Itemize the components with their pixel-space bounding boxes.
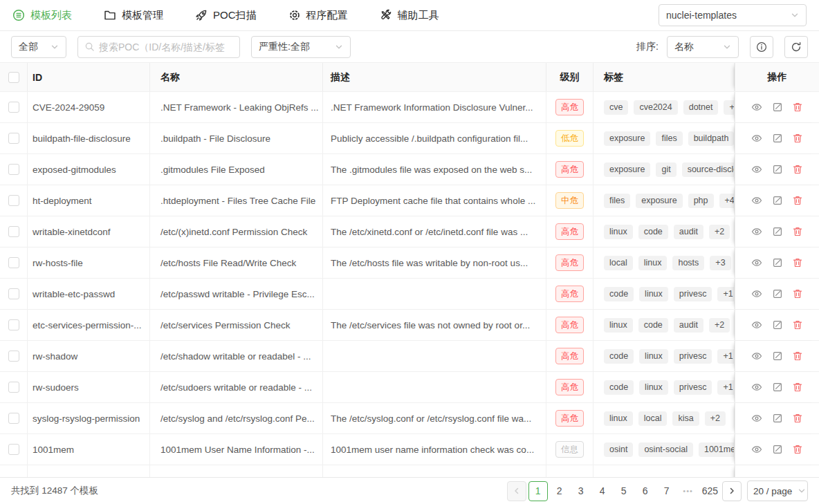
row-checkbox[interactable] [8,413,19,424]
delete-button[interactable] [792,319,803,330]
tag[interactable]: privesc [674,380,712,395]
tag[interactable]: source-disclosure [682,162,735,177]
sort-select[interactable]: 名称 [667,36,739,58]
edit-button[interactable] [772,102,783,113]
view-button[interactable] [751,226,762,237]
edit-button[interactable] [772,413,783,424]
tag[interactable]: linux [639,287,668,301]
tag[interactable]: linux [639,380,668,395]
view-button[interactable] [751,133,762,144]
edit-button[interactable] [772,195,783,206]
delete-button[interactable] [792,382,803,393]
delete-button[interactable] [792,164,803,175]
tag[interactable]: privesc [674,287,712,301]
tag[interactable]: linux [639,349,668,364]
tag[interactable]: osint [604,442,633,457]
tag[interactable]: privesc [674,349,712,364]
tag[interactable]: 1001mem [699,442,735,457]
view-button[interactable] [751,413,762,424]
tag[interactable]: +1 [717,349,735,364]
tag[interactable]: +1 [717,287,735,301]
tag[interactable]: cve2024 [634,100,677,115]
tag[interactable]: +2 [709,318,730,333]
tag[interactable]: exposure [604,131,650,146]
delete-button[interactable] [792,257,803,268]
tag[interactable]: kisa [672,411,699,426]
nav-item-app-config[interactable]: 程序配置 [288,9,348,22]
delete-button[interactable] [792,351,803,362]
select-all-checkbox[interactable] [8,72,19,83]
pagination-page-625[interactable]: 625 [700,481,720,501]
row-checkbox[interactable] [8,133,19,144]
tag[interactable]: dotnet [683,100,719,115]
tag[interactable]: linux [604,411,633,426]
view-button[interactable] [751,319,762,330]
tag[interactable]: +2 [709,225,730,239]
pagination-next-button[interactable] [722,481,742,501]
row-checkbox[interactable] [8,102,19,113]
view-button[interactable] [751,444,762,455]
nav-item-aux-tools[interactable]: 辅助工具 [380,9,439,22]
delete-button[interactable] [792,444,803,455]
tag[interactable]: hosts [672,256,704,270]
row-checkbox[interactable] [8,351,19,362]
view-button[interactable] [751,164,762,175]
template-source-select[interactable]: nuclei-templates [659,4,807,26]
delete-button[interactable] [792,288,803,299]
tag[interactable]: osint-social [638,442,693,457]
tag[interactable]: code [604,380,634,395]
delete-button[interactable] [792,226,803,237]
row-checkbox[interactable] [8,444,19,455]
tag[interactable]: code [604,349,634,364]
tag[interactable]: code [638,225,668,239]
nav-item-template-list[interactable]: 模板列表 [12,9,72,22]
tag[interactable]: code [638,318,668,333]
tag[interactable]: git [656,162,676,177]
search-box[interactable] [77,36,240,58]
edit-button[interactable] [772,382,783,393]
view-button[interactable] [751,195,762,206]
tag[interactable]: local [604,256,633,270]
delete-button[interactable] [792,413,803,424]
type-filter-select[interactable]: 全部 [11,36,66,58]
row-checkbox[interactable] [8,226,19,237]
row-checkbox[interactable] [8,382,19,393]
pagination-page-5[interactable]: 5 [614,481,634,501]
tag[interactable]: cve [604,100,628,115]
tag[interactable]: linux [638,256,668,270]
pagination-prev-button[interactable] [507,481,526,501]
search-input[interactable] [99,41,233,53]
tag[interactable]: +1 [717,380,735,395]
tag[interactable]: linux [604,318,633,333]
edit-button[interactable] [772,164,783,175]
tag[interactable]: +2 [705,411,726,426]
tag[interactable]: audit [674,225,703,239]
row-checkbox[interactable] [8,195,19,206]
tag[interactable]: local [638,411,668,426]
delete-button[interactable] [792,195,803,206]
edit-button[interactable] [772,288,783,299]
edit-button[interactable] [772,351,783,362]
severity-filter-select[interactable]: 严重性:全部 [251,36,351,58]
pagination-page-7[interactable]: 7 [657,481,677,501]
tag[interactable]: audit [674,318,703,333]
nav-item-poc-scan[interactable]: POC扫描 [195,9,257,22]
delete-button[interactable] [792,133,803,144]
edit-button[interactable] [772,226,783,237]
tag[interactable]: buildpath [688,131,735,146]
row-checkbox[interactable] [8,319,19,330]
tag[interactable]: php [688,194,714,208]
pagination-page-1[interactable]: 1 [528,481,548,501]
pagination-page-4[interactable]: 4 [593,481,612,501]
tag[interactable]: files [604,194,630,208]
tag[interactable]: files [656,131,682,146]
view-button[interactable] [751,382,762,393]
edit-button[interactable] [772,133,783,144]
edit-button[interactable] [772,444,783,455]
view-button[interactable] [751,257,762,268]
view-button[interactable] [751,102,762,113]
pagination-page-6[interactable]: 6 [636,481,655,501]
tag[interactable]: +4 [719,194,735,208]
delete-button[interactable] [792,102,803,113]
row-checkbox[interactable] [8,257,19,268]
